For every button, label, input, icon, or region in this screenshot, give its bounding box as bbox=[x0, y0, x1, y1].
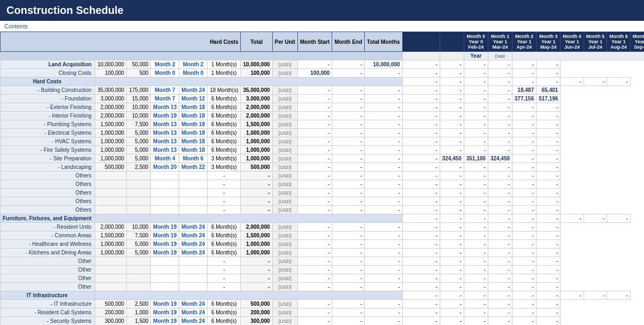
timeline-cell: - bbox=[607, 78, 631, 86]
row-per-unit: 7,500 bbox=[127, 231, 151, 240]
row-month-start: Month 19 bbox=[151, 240, 179, 249]
table-row: Other--[USD]--------- bbox=[1, 257, 645, 266]
row-total: 1,000,000 bbox=[95, 146, 127, 154]
timeline-cell: - bbox=[464, 69, 488, 78]
timeline-cell: - bbox=[402, 120, 440, 129]
timeline-cell: - bbox=[536, 249, 561, 257]
timeline-cell: 65,401 bbox=[536, 86, 561, 95]
row-currency: 2,000,000 bbox=[241, 112, 272, 120]
timeline-cell: - bbox=[297, 137, 332, 146]
timeline-cell: - bbox=[332, 154, 365, 163]
row-total: 35,000,000 bbox=[95, 86, 127, 95]
timeline-cell: - bbox=[297, 112, 332, 120]
row-usd: [USD] bbox=[272, 120, 297, 129]
timeline-cell: - bbox=[365, 112, 402, 120]
row-per-unit: 175,000 bbox=[127, 86, 151, 95]
row-currency: 35,000,000 bbox=[241, 86, 272, 95]
timeline-cell: - bbox=[332, 129, 365, 137]
timeline-cell: - bbox=[332, 266, 365, 274]
table-row: - Foundation3,000,00015,000Month 7Month … bbox=[1, 95, 645, 103]
timeline-cell: - bbox=[488, 257, 512, 266]
contents-link[interactable]: Contents bbox=[0, 21, 644, 32]
table-row: - Electrical Systems1,000,0005,000Month … bbox=[1, 129, 645, 137]
timeline-cell: - bbox=[297, 189, 332, 197]
timeline-cell: - bbox=[297, 249, 332, 257]
row-label: Others bbox=[1, 197, 95, 206]
row-per-unit: 15,000 bbox=[127, 95, 151, 103]
timeline-cell: - bbox=[488, 240, 512, 249]
month-start-col-header: Month Start bbox=[297, 32, 332, 52]
timeline-cell: - bbox=[512, 180, 536, 189]
timeline-cell: - bbox=[297, 197, 332, 206]
row-month-end: Month 18 bbox=[179, 120, 208, 129]
timeline-cell: - bbox=[297, 129, 332, 137]
section-spacer bbox=[95, 78, 402, 86]
row-total-months: - bbox=[208, 266, 241, 274]
timeline-cell: - bbox=[512, 231, 536, 240]
table-row: Others--[USD]--------- bbox=[1, 206, 645, 214]
timeline-cell: - bbox=[402, 300, 440, 308]
row-total-months: - bbox=[208, 206, 241, 214]
timeline-cell: - bbox=[332, 283, 365, 291]
timeline-cell: - bbox=[332, 240, 365, 249]
row-usd: [USD] bbox=[272, 240, 297, 249]
row-label: - Healthcare and Wellness bbox=[1, 240, 95, 249]
row-label: - Plumbing Systems bbox=[1, 120, 95, 129]
timeline-cell: - bbox=[607, 214, 631, 223]
timeline-cell: - bbox=[488, 112, 512, 120]
row-month-end: Month 18 bbox=[179, 137, 208, 146]
row-month-end: Month 24 bbox=[179, 240, 208, 249]
timeline-cell: 100,000 bbox=[297, 69, 332, 78]
timeline-cell: - bbox=[440, 172, 464, 180]
row-usd: [USD] bbox=[272, 197, 297, 206]
timeline-cell: - bbox=[402, 163, 440, 172]
timeline-cell: - bbox=[365, 180, 402, 189]
table-row: - HVAC Systems1,000,0005,000Month 13Mont… bbox=[1, 137, 645, 146]
table-row: Other--[USD]--------- bbox=[1, 274, 645, 283]
timeline-cell: - bbox=[365, 163, 402, 172]
row-currency: 1,000,000 bbox=[241, 146, 272, 154]
row-label: - Electrical Systems bbox=[1, 129, 95, 137]
timeline-cell: - bbox=[536, 120, 561, 129]
timeline-cell: 324,450 bbox=[488, 154, 512, 163]
month-end-col-header: Month End bbox=[332, 32, 365, 52]
row-month-start: Month 4 bbox=[151, 154, 179, 163]
timeline-cell: - bbox=[488, 223, 512, 231]
timeline-cell: - bbox=[488, 163, 512, 172]
row-month-start bbox=[151, 180, 179, 189]
contents-anchor[interactable]: Contents bbox=[4, 23, 28, 29]
timeline-cell: - bbox=[365, 300, 402, 308]
row-currency: 200,000 bbox=[241, 308, 272, 317]
row-currency: - bbox=[241, 172, 272, 180]
timeline-cell: - bbox=[402, 223, 440, 231]
timeline-cell: - bbox=[297, 163, 332, 172]
timeline-cell: - bbox=[512, 172, 536, 180]
table-row: - Security Systems300,0001,500Month 19Mo… bbox=[1, 317, 645, 326]
row-per-unit: 5,000 bbox=[127, 154, 151, 163]
row-total bbox=[95, 257, 127, 266]
row-per-unit: 5,000 bbox=[127, 146, 151, 154]
timeline-cell: - bbox=[488, 274, 512, 283]
row-total-months: 1 Month(s) bbox=[208, 69, 241, 78]
timeline-cell: - bbox=[402, 78, 440, 86]
table-row: - Resident Units2,000,00010,000Month 19M… bbox=[1, 223, 645, 231]
row-month-start: Month 19 bbox=[151, 249, 179, 257]
table-row: - Common Areas1,500,0007,500Month 19Mont… bbox=[1, 231, 645, 240]
row-month-start: Month 13 bbox=[151, 137, 179, 146]
row-usd: [USD] bbox=[272, 308, 297, 317]
table-row: Others--[USD]--------- bbox=[1, 189, 645, 197]
timeline-cell: - bbox=[464, 249, 488, 257]
timeline-cell: - bbox=[464, 78, 488, 86]
usd-col-header bbox=[440, 32, 464, 52]
row-usd: [USD] bbox=[272, 206, 297, 214]
row-total-months: 6 Month(s) bbox=[208, 240, 241, 249]
timeline-cell: - bbox=[365, 308, 402, 317]
row-usd: [USD] bbox=[272, 103, 297, 112]
row-total-months: - bbox=[208, 257, 241, 266]
row-currency: - bbox=[241, 189, 272, 197]
row-label: Others bbox=[1, 180, 95, 189]
timeline-cell: - bbox=[297, 60, 332, 69]
row-label: - Interior Finishing bbox=[1, 112, 95, 120]
timeline-cell: - bbox=[297, 146, 332, 154]
timeline-cell: - bbox=[332, 112, 365, 120]
